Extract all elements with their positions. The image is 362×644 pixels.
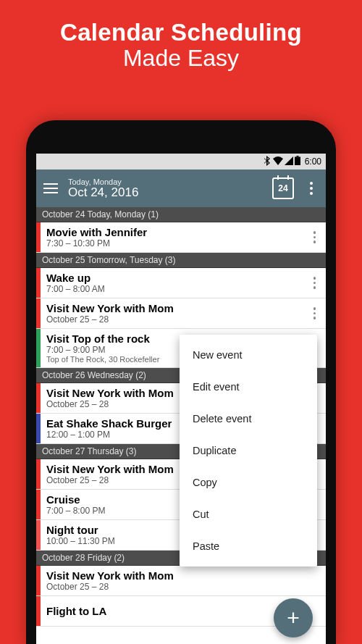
- calendar-today-icon[interactable]: 24: [272, 177, 294, 199]
- signal-icon: [285, 156, 293, 167]
- event-title: Visit New York with Mom: [46, 569, 320, 582]
- menu-item[interactable]: Cut: [180, 498, 317, 530]
- svg-rect-1: [295, 157, 300, 166]
- phone-screen: 6:00 Today, Monday Oct 24, 2016 24 Octob…: [36, 154, 326, 644]
- event-title: Visit New York with Mom: [46, 302, 298, 314]
- event-row[interactable]: Wake up7:00 – 8:00 AM: [36, 268, 326, 298]
- event-subtitle: 7:00 – 8:00 AM: [46, 284, 298, 294]
- event-overflow-icon[interactable]: [303, 301, 327, 325]
- add-event-fab[interactable]: +: [274, 598, 313, 637]
- event-subtitle: October 25 – 28: [46, 582, 320, 592]
- phone-frame: 6:00 Today, Monday Oct 24, 2016 24 Octob…: [26, 120, 336, 644]
- date-large: Oct 24, 2016: [68, 186, 262, 200]
- overflow-menu-icon[interactable]: [304, 177, 319, 199]
- menu-icon[interactable]: [43, 183, 58, 194]
- event-row[interactable]: Visit New York with MomOctober 25 – 28: [36, 298, 326, 329]
- event-title: Wake up: [46, 272, 298, 284]
- menu-item[interactable]: Edit event: [180, 371, 317, 403]
- section-header: October 24 Today, Monday (1): [36, 207, 326, 222]
- menu-item[interactable]: New event: [180, 339, 317, 371]
- status-bar: 6:00: [36, 154, 326, 170]
- menu-item[interactable]: Duplicate: [180, 435, 317, 467]
- context-menu: New eventEdit eventDelete eventDuplicate…: [180, 335, 317, 566]
- date-selector[interactable]: Today, Monday Oct 24, 2016: [68, 177, 262, 200]
- event-row[interactable]: Visit New York with MomOctober 25 – 28: [36, 566, 326, 596]
- plus-icon: +: [287, 606, 300, 630]
- event-title: Movie with Jennifer: [46, 226, 298, 238]
- promo-header: Calendar Scheduling Made Easy: [0, 0, 362, 86]
- status-time: 6:00: [305, 156, 321, 167]
- event-body: Wake up7:00 – 8:00 AM: [41, 268, 303, 298]
- bluetooth-icon: [264, 156, 272, 168]
- app-bar: Today, Monday Oct 24, 2016 24: [36, 170, 326, 207]
- promo-title: Calendar Scheduling: [0, 19, 362, 46]
- event-subtitle: 7:30 – 10:30 PM: [46, 238, 298, 248]
- event-subtitle: October 25 – 28: [46, 314, 298, 325]
- battery-icon: [295, 156, 300, 167]
- section-header: October 25 Tomorrow, Tuesday (3): [36, 253, 326, 268]
- event-body: Visit New York with MomOctober 25 – 28: [41, 298, 303, 328]
- menu-item[interactable]: Paste: [180, 530, 317, 562]
- event-body: Movie with Jennifer7:30 – 10:30 PM: [41, 222, 303, 252]
- event-body: Visit New York with MomOctober 25 – 28: [41, 566, 326, 595]
- event-overflow-icon[interactable]: [303, 271, 327, 295]
- promo-subtitle: Made Easy: [0, 45, 362, 72]
- menu-item[interactable]: Delete event: [180, 403, 317, 435]
- svg-rect-0: [296, 156, 298, 157]
- menu-item[interactable]: Copy: [180, 467, 317, 498]
- wifi-icon: [273, 156, 283, 167]
- event-row[interactable]: Movie with Jennifer7:30 – 10:30 PM: [36, 222, 326, 253]
- event-overflow-icon[interactable]: [303, 225, 327, 249]
- date-small: Today, Monday: [68, 177, 262, 186]
